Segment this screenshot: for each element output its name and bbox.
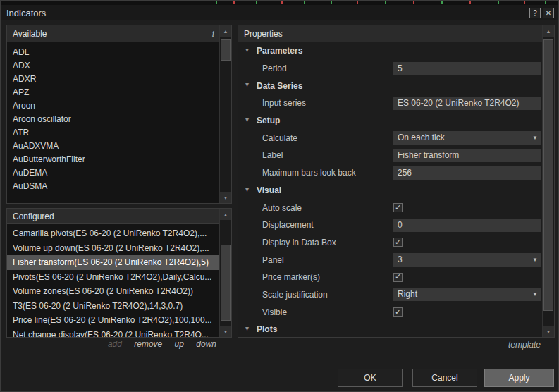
list-item[interactable]: Pivots(ES 06-20 (2 UniRenko T2R4O2),Dail… bbox=[7, 270, 219, 285]
scroll-up-icon[interactable]: ▲ bbox=[220, 25, 231, 37]
collapse-icon[interactable]: ▾ bbox=[245, 46, 249, 54]
prop-row-visible: Visible ✓ bbox=[238, 303, 542, 321]
list-item[interactable]: T3(ES 06-20 (2 UniRenko T2R4O2),14,3,0.7… bbox=[7, 299, 219, 314]
apply-button[interactable]: Apply bbox=[484, 369, 554, 387]
scrollbar-thumb[interactable] bbox=[221, 39, 231, 61]
up-link[interactable]: up bbox=[175, 339, 184, 349]
available-scrollbar[interactable]: ▲ ▼ bbox=[219, 25, 231, 203]
prop-label: Maximum bars look back bbox=[262, 168, 356, 178]
list-item[interactable]: Aroon bbox=[7, 99, 219, 113]
chart-tick bbox=[498, 1, 499, 4]
configured-scrollbar[interactable]: ▲ ▼ bbox=[219, 209, 231, 337]
auto-scale-checkbox[interactable]: ✓ bbox=[393, 203, 403, 212]
list-item[interactable]: AuDSMA bbox=[7, 180, 219, 193]
scrollbar-thumb[interactable] bbox=[221, 245, 231, 321]
check-icon: ✓ bbox=[395, 273, 401, 281]
prop-label: Auto scale bbox=[262, 203, 302, 213]
list-item[interactable]: Net change display(ES 06-20 (2 UniRenko … bbox=[7, 328, 219, 338]
list-item[interactable]: ADXR bbox=[7, 73, 219, 86]
visible-checkbox[interactable]: ✓ bbox=[393, 307, 403, 317]
group-label: Setup bbox=[257, 116, 280, 125]
scroll-down-icon[interactable]: ▼ bbox=[543, 326, 554, 337]
title-bar[interactable]: Indicators ? ✕ bbox=[1, 5, 559, 20]
prop-label: Input series bbox=[262, 98, 306, 108]
prop-row-panel: Panel 3 ▼ bbox=[238, 251, 542, 269]
available-list: ADL ADX ADXR APZ Aroon Aroon oscillator … bbox=[7, 42, 219, 203]
group-label: Data Series bbox=[257, 81, 302, 91]
list-item-selected[interactable]: Fisher transform(ES 06-20 (2 UniRenko T2… bbox=[7, 255, 219, 270]
configured-header-label: Configured bbox=[13, 212, 54, 221]
down-link[interactable]: down bbox=[196, 339, 216, 349]
list-item[interactable]: AuButterworthFilter bbox=[7, 153, 219, 166]
prop-row-auto-scale: Auto scale ✓ bbox=[238, 199, 542, 216]
calculate-select[interactable]: On each tick ▼ bbox=[393, 131, 541, 145]
add-link[interactable]: add bbox=[108, 339, 122, 349]
chart-tick bbox=[469, 1, 471, 4]
chevron-down-icon: ▼ bbox=[532, 253, 538, 267]
window-title: Indicators bbox=[6, 8, 46, 18]
displacement-input[interactable]: 0 bbox=[393, 219, 541, 232]
group-plots[interactable]: ▾ Plots bbox=[238, 321, 542, 337]
group-setup[interactable]: ▾ Setup bbox=[238, 112, 542, 130]
chart-tick bbox=[441, 1, 443, 4]
display-data-box-checkbox[interactable]: ✓ bbox=[393, 238, 403, 247]
collapse-icon[interactable]: ▾ bbox=[245, 185, 249, 193]
list-item[interactable]: ADL bbox=[7, 46, 219, 59]
list-item[interactable]: Price line(ES 06-20 (2 UniRenko T2R4O2),… bbox=[7, 313, 219, 328]
group-visual[interactable]: ▾ Visual bbox=[238, 182, 542, 200]
chart-tick bbox=[216, 1, 217, 4]
prop-row-label: Label Fisher transform bbox=[238, 147, 542, 164]
template-link[interactable]: template bbox=[238, 340, 541, 350]
scale-justification-select[interactable]: Right ▼ bbox=[393, 288, 541, 301]
group-parameters[interactable]: ▾ Parameters bbox=[238, 42, 542, 60]
prop-label: Visible bbox=[262, 307, 287, 317]
scroll-down-icon[interactable]: ▼ bbox=[220, 192, 231, 203]
period-input[interactable]: 5 bbox=[393, 62, 541, 75]
collapse-icon[interactable]: ▾ bbox=[245, 80, 249, 88]
properties-panel: Properties ▾ Parameters Period 5 ▾ Data … bbox=[238, 25, 555, 338]
list-item[interactable]: Volume up down(ES 06-20 (2 UniRenko T2R4… bbox=[7, 241, 219, 256]
configured-header: Configured bbox=[7, 209, 220, 224]
scrollbar-thumb[interactable] bbox=[543, 39, 553, 311]
chart-tick bbox=[304, 1, 305, 4]
configured-list: Camarilla pivots(ES 06-20 (2 UniRenko T2… bbox=[7, 224, 219, 337]
help-button[interactable]: ? bbox=[529, 8, 541, 18]
prop-row-calculate: Calculate On each tick ▼ bbox=[238, 129, 542, 147]
group-label: Plots bbox=[257, 324, 277, 334]
remove-link[interactable]: remove bbox=[134, 339, 162, 349]
price-markers-checkbox[interactable]: ✓ bbox=[393, 273, 403, 282]
ok-button[interactable]: OK bbox=[338, 369, 403, 387]
prop-row-input-series: Input series ES 06-20 (2 UniRenko T2R4O2… bbox=[238, 94, 542, 112]
list-item[interactable]: APZ bbox=[7, 86, 219, 99]
chart-tick bbox=[385, 1, 386, 4]
list-item[interactable]: Volume zones(ES 06-20 (2 UniRenko T2R4O2… bbox=[7, 284, 219, 299]
properties-scrollbar[interactable]: ▲ ▼ bbox=[542, 25, 554, 337]
properties-body: ▾ Parameters Period 5 ▾ Data Series Inpu… bbox=[238, 42, 542, 337]
chevron-down-icon: ▼ bbox=[532, 131, 538, 145]
info-icon[interactable]: i bbox=[211, 28, 214, 39]
check-icon: ✓ bbox=[395, 238, 401, 246]
input-series-input[interactable]: ES 06-20 (2 UniRenko T2R4O2) bbox=[393, 97, 541, 110]
scroll-down-icon[interactable]: ▼ bbox=[220, 326, 231, 337]
list-item[interactable]: AuADXVMA bbox=[7, 140, 219, 153]
cancel-button[interactable]: Cancel bbox=[412, 369, 477, 387]
close-button[interactable]: ✕ bbox=[543, 8, 554, 18]
chart-tick bbox=[524, 1, 525, 4]
scroll-up-icon[interactable]: ▲ bbox=[543, 25, 554, 37]
list-item[interactable]: ATR bbox=[7, 126, 219, 140]
indicators-dialog: Indicators ? ✕ Available i ADL ADX ADXR … bbox=[0, 0, 559, 392]
label-input[interactable]: Fisher transform bbox=[393, 149, 541, 162]
prop-label: Calculate bbox=[262, 133, 297, 143]
collapse-icon[interactable]: ▾ bbox=[245, 116, 249, 123]
list-item[interactable]: Camarilla pivots(ES 06-20 (2 UniRenko T2… bbox=[7, 226, 219, 241]
available-header: Available i bbox=[7, 25, 220, 42]
list-item[interactable]: Aroon oscillator bbox=[7, 113, 219, 126]
list-item[interactable]: ADX bbox=[7, 59, 219, 73]
collapse-icon[interactable]: ▾ bbox=[245, 324, 249, 332]
group-data-series[interactable]: ▾ Data Series bbox=[238, 77, 542, 94]
panel-select[interactable]: 3 ▼ bbox=[393, 253, 541, 267]
max-bars-input[interactable]: 256 bbox=[393, 166, 541, 180]
scroll-up-icon[interactable]: ▲ bbox=[220, 209, 231, 220]
list-item[interactable]: AuDEMA bbox=[7, 166, 219, 180]
chevron-down-icon: ▼ bbox=[532, 288, 538, 301]
